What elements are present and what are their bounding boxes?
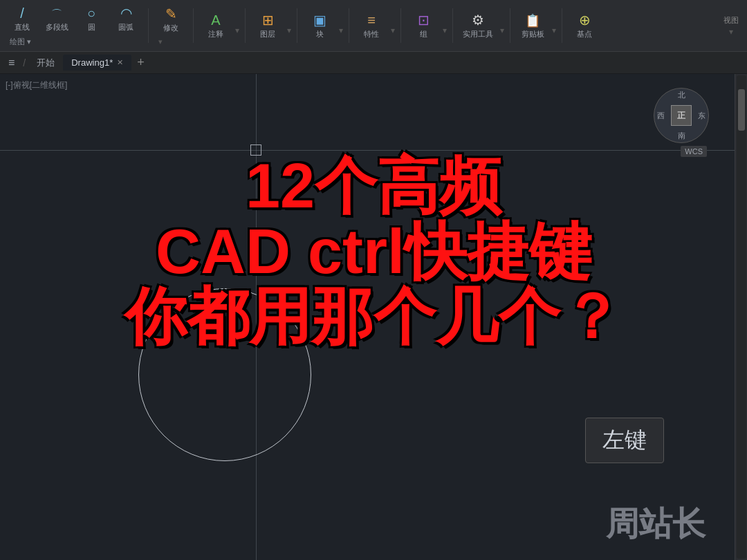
tab-drawing1[interactable]: Drawing1* ✕: [63, 55, 131, 71]
divider-5: [349, 8, 349, 43]
polyline-tool[interactable]: 多段线: [40, 3, 73, 35]
polyline-icon: [51, 6, 62, 21]
overlay-line1: 12个高频: [0, 153, 747, 219]
arc-tool[interactable]: 圆弧: [109, 3, 142, 35]
block-tool[interactable]: 块: [303, 10, 336, 42]
canvas-area: [-]俯视[二维线框] 北 南 东 西 正 WCS 12个高频 CAD ctrl…: [0, 74, 747, 560]
draw-tools-row: 直线 多段线 圆 圆弧: [6, 3, 142, 35]
divider-3: [245, 8, 246, 43]
layer-tool[interactable]: 图层: [251, 10, 284, 42]
view-section-label: 视图: [723, 15, 739, 26]
polyline-label: 多段线: [46, 22, 68, 32]
layer-icon: [262, 12, 274, 28]
utility-icon: [472, 12, 484, 28]
tabbar: ≡ / 开始 Drawing1* ✕ +: [0, 52, 747, 74]
layer-label: 图层: [260, 29, 275, 39]
property-tool[interactable]: 特性: [355, 10, 388, 42]
draw-label: 绘图: [10, 37, 25, 47]
circle-icon: [87, 6, 95, 21]
arc-icon: [120, 6, 132, 21]
divider-7: [452, 8, 453, 43]
divider-2: [193, 8, 194, 43]
overlay-title: 12个高频 CAD ctrl快捷键 你都用那个几个？: [0, 153, 747, 350]
compass-south: 南: [678, 131, 685, 141]
tab-close-icon[interactable]: ✕: [117, 58, 123, 67]
tab-separator: /: [20, 57, 28, 68]
line-icon: [20, 6, 24, 21]
modify-tools-row: 修改: [154, 3, 187, 36]
base-label: 基点: [577, 29, 592, 39]
main-toolbar: 直线 多段线 圆 圆弧 绘图 ▾ 修改: [0, 0, 747, 52]
crosshair-horizontal: [0, 150, 735, 151]
divider-6: [400, 8, 401, 43]
divider-8: [510, 8, 510, 43]
draw-dropdown-icon[interactable]: ▾: [27, 37, 31, 46]
compass-east: 东: [698, 111, 706, 121]
overlay-line2: CAD ctrl快捷键: [0, 219, 747, 285]
left-key-badge: 左键: [585, 418, 664, 463]
overlay-line3: 你都用那个几个？: [0, 284, 747, 350]
divider-4: [297, 8, 297, 43]
modify-icon: [165, 6, 177, 21]
divider-9: [562, 8, 562, 43]
group-tool[interactable]: 组: [407, 10, 440, 42]
base-icon: [579, 12, 591, 28]
draw-section-label: 绘图 ▾: [6, 35, 142, 48]
property-label: 特性: [364, 29, 379, 39]
compass: 北 南 东 西 正: [654, 88, 709, 143]
annotate-label: 注释: [208, 29, 223, 39]
arc-label: 圆弧: [118, 22, 133, 32]
tab-home[interactable]: 开始: [31, 54, 60, 72]
property-icon: [367, 12, 376, 28]
compass-circle: 北 南 东 西 正: [654, 88, 709, 143]
modify-section-label: ▾: [154, 36, 187, 48]
annotate-tool[interactable]: 注释: [199, 10, 232, 42]
base-tool[interactable]: 基点: [568, 10, 601, 42]
compass-north: 北: [678, 90, 685, 100]
modify-tool[interactable]: 修改: [154, 3, 187, 36]
draw-section: 直线 多段线 圆 圆弧 绘图 ▾: [6, 3, 142, 48]
compass-west: 西: [657, 111, 665, 121]
divider-1: [148, 8, 149, 43]
annotate-icon: [211, 12, 220, 28]
line-tool[interactable]: 直线: [6, 3, 39, 35]
modify-label: 修改: [163, 23, 178, 33]
clipboard-icon: [525, 12, 540, 28]
clipboard-label: 剪贴板: [522, 29, 544, 39]
watermark: 周站长: [606, 502, 706, 546]
line-label: 直线: [15, 22, 30, 32]
circle-tool[interactable]: 圆: [75, 3, 108, 35]
block-label: 块: [316, 29, 324, 39]
compass-center: 正: [671, 105, 692, 126]
scrollbar-thumb[interactable]: [738, 89, 745, 131]
modify-section: 修改 ▾: [154, 3, 187, 48]
block-icon: [313, 12, 326, 28]
circle-label: 圆: [88, 22, 95, 32]
clipboard-tool[interactable]: 剪贴板: [516, 10, 549, 42]
tab-add-icon[interactable]: +: [134, 55, 147, 70]
menu-icon[interactable]: ≡: [6, 54, 17, 72]
utility-tool[interactable]: 实用工具: [459, 10, 497, 42]
view-label: [-]俯视[二维线框]: [6, 80, 67, 91]
tab-drawing1-label: Drawing1*: [71, 57, 113, 68]
group-icon: [418, 12, 430, 28]
utility-label: 实用工具: [463, 29, 493, 39]
group-label: 组: [420, 29, 427, 39]
